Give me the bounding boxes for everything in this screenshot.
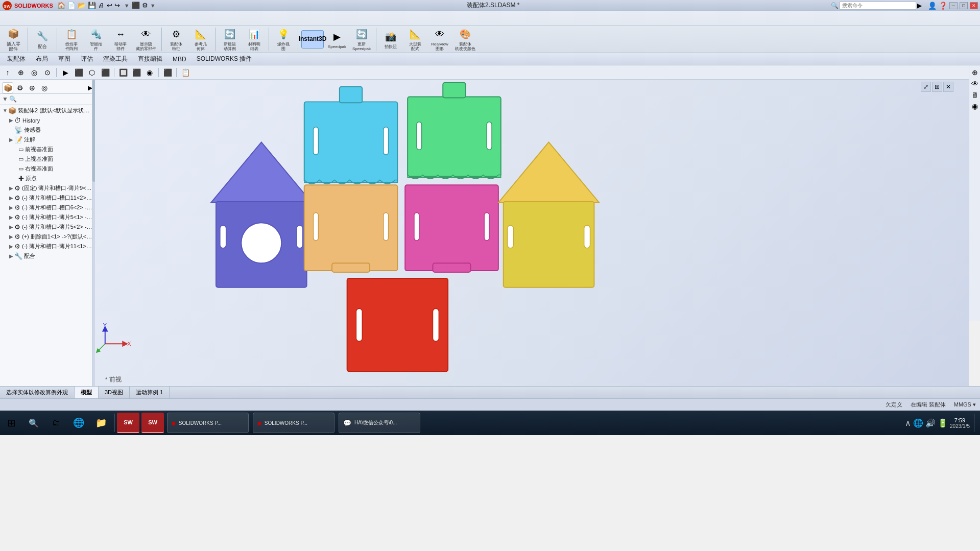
- body-red-group[interactable]: [347, 278, 448, 372]
- nav-icon-options[interactable]: ⚙: [142, 2, 148, 9]
- right-filter-icon[interactable]: ⊕: [970, 67, 980, 78]
- nav-icon-print[interactable]: 🖨: [98, 2, 105, 9]
- maximize-button[interactable]: □: [960, 2, 968, 9]
- tool-snapshot[interactable]: 📸 拍快照: [379, 29, 402, 51]
- sw-app-icon-2[interactable]: SW: [141, 413, 164, 433]
- expand-mate-icon[interactable]: ▶: [8, 253, 14, 259]
- expand-history-icon[interactable]: ▶: [8, 117, 14, 124]
- expand-annotations-icon[interactable]: ▶: [8, 137, 14, 143]
- tool-assembly-feature[interactable]: ⚙ 装配体特征: [165, 26, 187, 53]
- taskbar-sw-item-1[interactable]: ■ SOLIDWORKS P...: [167, 413, 249, 433]
- view-zoom-icon[interactable]: ⊕: [15, 67, 27, 78]
- tool-motion-study[interactable]: 🔄 新建运动算例: [219, 26, 241, 53]
- expand-delete-icon[interactable]: ▶: [8, 234, 14, 240]
- tray-network-icon[interactable]: 🌐: [913, 418, 923, 428]
- tree-mate[interactable]: ▶ 🔧 配合: [0, 251, 94, 261]
- view-expand-button[interactable]: ⊞: [932, 82, 942, 92]
- body-orange-group[interactable]: [304, 185, 398, 272]
- nav-icon-open[interactable]: 📂: [78, 2, 86, 9]
- tree-delete-face[interactable]: ▶ ⚙ (+) 删除面1<1> ->?(默认<默认>: [0, 232, 94, 242]
- tree-history[interactable]: ▶ ⏱ History: [0, 115, 94, 125]
- menu-direct-edit[interactable]: 直接编辑: [133, 53, 168, 65]
- view-scenes-icon[interactable]: ◉: [144, 67, 155, 78]
- tab-configuration-manager[interactable]: ⊕: [27, 82, 38, 93]
- taskbar-wechat-item[interactable]: 💬 HA\微信公众号\0...: [339, 413, 420, 433]
- start-button[interactable]: ⊞: [0, 412, 22, 434]
- search-input[interactable]: [840, 2, 916, 10]
- status-units[interactable]: MMGS ▾: [954, 401, 976, 408]
- tool-large-assembly[interactable]: 📐 大型装配式: [404, 26, 426, 53]
- tab-feature-manager[interactable]: 📦: [2, 82, 13, 93]
- tree-part-9[interactable]: ▶ ⚙ (固定) 薄片和槽口-薄片9<1> ->?(: [0, 183, 94, 193]
- tool-bom[interactable]: 📊 材料明细表: [243, 26, 266, 53]
- tree-part-5b[interactable]: ▶ ⚙ (-) 薄片和槽口-薄片5<2> ->?(默认: [0, 222, 94, 232]
- tree-assembly-root[interactable]: ▼ 📦 装配体2 (默认<默认显示状态-1>): [0, 106, 94, 115]
- tree-sensors[interactable]: 📡 传感器: [0, 125, 94, 135]
- tree-part-11[interactable]: ▶ ⚙ (-) 薄片和槽口-槽口11<2> ->?(默: [0, 193, 94, 203]
- expand-part5a-icon[interactable]: ▶: [8, 214, 14, 221]
- expand-part11b-icon[interactable]: ▶: [8, 244, 14, 250]
- expand-part11-icon[interactable]: ▶: [8, 195, 14, 201]
- tool-realview[interactable]: 👁 RealView图形: [428, 26, 451, 53]
- menu-layout[interactable]: 布局: [31, 53, 53, 65]
- tab-property-manager[interactable]: ⚙: [14, 82, 26, 93]
- expand-part6-icon[interactable]: ▶: [8, 205, 14, 211]
- view-normal-button[interactable]: ⤢: [921, 82, 931, 92]
- tool-explode[interactable]: 💡 爆炸视图: [272, 26, 295, 53]
- tool-mate[interactable]: 🔧 配合: [31, 28, 54, 51]
- view-rotate-icon[interactable]: ↑: [2, 67, 13, 78]
- bottom-tab-3d-view[interactable]: 3D视图: [99, 387, 130, 398]
- 3d-viewport[interactable]: X Y * 前视 ⤢ ⊞ ✕: [95, 80, 969, 391]
- tree-part-5a[interactable]: ▶ ⚙ (-) 薄片和槽口-薄片5<1> ->?(默认: [0, 212, 94, 222]
- menu-render[interactable]: 渲染工具: [98, 53, 133, 65]
- expand-part9-icon[interactable]: ▶: [8, 185, 14, 191]
- tree-annotations[interactable]: ▶ 📝 注解: [0, 135, 94, 145]
- tree-part-11b[interactable]: ▶ ⚙ (-) 薄片和槽口-薄片11<1> ->?(默: [0, 242, 94, 251]
- user-icon[interactable]: 👤: [928, 2, 937, 10]
- tool-show-hide[interactable]: 👁 显示隐藏的零部件: [134, 26, 158, 53]
- tool-reference[interactable]: 📐 参考几何体: [189, 26, 212, 53]
- close-button[interactable]: ✕: [970, 2, 978, 9]
- nav-icon-new[interactable]: 📄: [67, 2, 76, 9]
- nav-icon-select[interactable]: ⬛: [132, 2, 140, 9]
- tab-dimetension-expert[interactable]: ◎: [39, 82, 50, 93]
- body-pink-group[interactable]: [405, 185, 498, 272]
- menu-evaluate[interactable]: 评估: [76, 53, 98, 65]
- tool-change-color[interactable]: 🎨 装配体机改变颜色: [453, 26, 477, 53]
- right-display-icon[interactable]: 🖥: [970, 90, 980, 100]
- tool-smart-fastener[interactable]: 🔩 智能扣件: [85, 26, 107, 53]
- menu-assembly[interactable]: 装配体: [2, 53, 31, 65]
- nav-icon-undo[interactable]: ↩: [107, 2, 112, 9]
- sw-app-icon-1[interactable]: SW: [117, 413, 139, 433]
- minimize-button[interactable]: ─: [949, 2, 958, 9]
- expand-part5b-icon[interactable]: ▶: [8, 224, 14, 230]
- bottom-tab-selection[interactable]: 选择实体以修改算例外观: [0, 387, 75, 398]
- view-apply-icon[interactable]: ⬛: [131, 67, 142, 78]
- search-go-icon[interactable]: ▶: [917, 2, 922, 9]
- view-wireframe-icon[interactable]: ⬡: [86, 67, 98, 78]
- menu-sketch[interactable]: 草图: [53, 53, 76, 65]
- menu-plugins[interactable]: SOLIDWORKS 插件: [192, 53, 257, 65]
- view-rotate2-icon[interactable]: ⊙: [42, 67, 53, 78]
- tray-arrow-icon[interactable]: ∧: [905, 418, 911, 428]
- house-yellow-group[interactable]: [498, 142, 599, 287]
- right-scene-icon[interactable]: ◉: [970, 101, 980, 111]
- view-screen-icon[interactable]: 📋: [180, 67, 191, 78]
- house-blue-group[interactable]: [211, 142, 312, 287]
- tool-linear-array[interactable]: 📋 线性零件阵列: [60, 26, 83, 53]
- view-realview2-icon[interactable]: ⬛: [162, 67, 173, 78]
- nav-icon-home[interactable]: 🏠: [57, 2, 65, 9]
- nav-icon-save[interactable]: 💾: [88, 2, 96, 9]
- nav-icon-redo[interactable]: ↪: [114, 2, 120, 9]
- expand-icon[interactable]: ▼: [2, 108, 8, 114]
- tree-front-plane[interactable]: ▭ 前视基准面: [0, 145, 94, 154]
- body-green-group[interactable]: [408, 83, 501, 179]
- tree-right-plane[interactable]: ▭ 右视基准面: [0, 164, 94, 174]
- tray-volume-icon[interactable]: 🔊: [925, 418, 936, 428]
- file-explorer-icon[interactable]: 📁: [90, 412, 112, 434]
- view-shaded-icon[interactable]: ⬛: [100, 67, 111, 78]
- tool-instant3d[interactable]: Instant3D: [301, 30, 324, 49]
- show-desktop-icon[interactable]: [974, 414, 976, 432]
- tool-insert-part[interactable]: 📦 插入零部件: [2, 26, 25, 53]
- bottom-tab-model[interactable]: 模型: [75, 387, 99, 398]
